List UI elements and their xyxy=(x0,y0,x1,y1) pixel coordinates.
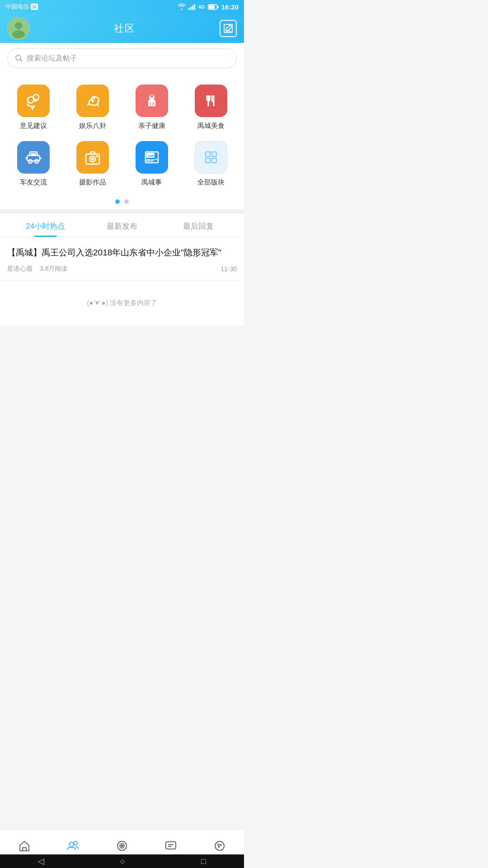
svg-point-24 xyxy=(91,99,94,102)
search-icon xyxy=(15,54,23,62)
edit-button[interactable] xyxy=(220,20,237,37)
svg-rect-7 xyxy=(194,4,195,10)
category-icon-photo xyxy=(76,141,109,174)
category-icon-news: BREAKING NEWS xyxy=(136,141,168,174)
article-date: 11-30 xyxy=(221,265,237,273)
category-item-entertainment[interactable]: 娱乐八卦 xyxy=(63,81,122,137)
category-label-all: 全部版块 xyxy=(197,178,225,187)
svg-rect-47 xyxy=(212,152,216,156)
svg-rect-10 xyxy=(217,6,219,8)
pagination-dots xyxy=(0,198,244,209)
category-label-photo: 摄影作品 xyxy=(79,178,106,187)
category-icon-entertainment xyxy=(76,85,109,117)
page-title: 社区 xyxy=(114,22,136,35)
carrier-label: 中国电信 xyxy=(5,3,29,11)
search-placeholder: 搜索论坛及帖子 xyxy=(27,54,77,63)
svg-rect-49 xyxy=(212,158,216,163)
svg-rect-9 xyxy=(208,5,215,9)
status-left: 中国电信 xyxy=(5,3,38,11)
svg-line-19 xyxy=(20,60,23,62)
category-label-entertainment: 娱乐八卦 xyxy=(79,122,106,130)
category-item-news[interactable]: BREAKING NEWS 禹城事 xyxy=(122,137,181,194)
article-list: 【禹城】禹王公司入选2018年山东省中小企业"隐形冠军" 星语心愿 3.8万阅读… xyxy=(0,237,244,281)
article-meta: 星语心愿 3.8万阅读 11-30 xyxy=(7,265,237,273)
search-container: 搜索论坛及帖子 xyxy=(0,43,244,74)
category-icon-car xyxy=(17,141,50,174)
category-item-parenting[interactable]: 亲子健康 xyxy=(122,81,181,137)
svg-rect-48 xyxy=(206,158,210,163)
status-bar: 中国电信 xyxy=(0,0,244,14)
tab-hot[interactable]: 24小时热点 xyxy=(7,214,84,237)
category-item-suggestion[interactable]: 意见建议 xyxy=(4,81,63,137)
tab-reply[interactable]: 最后回复 xyxy=(160,214,237,237)
content-spacer xyxy=(0,326,244,380)
category-label-news: 禹城事 xyxy=(141,178,162,187)
network-label: 4G xyxy=(198,4,205,9)
category-section: 意见建议 娱乐八卦 xyxy=(0,74,244,198)
section-divider xyxy=(0,209,244,214)
svg-rect-35 xyxy=(31,153,36,156)
svg-rect-6 xyxy=(192,5,193,10)
category-label-food: 禹城美食 xyxy=(197,122,225,130)
svg-rect-39 xyxy=(96,156,98,157)
category-label-parenting: 亲子健康 xyxy=(138,122,165,130)
svg-point-38 xyxy=(91,158,94,160)
category-label-car: 车友交流 xyxy=(20,178,47,187)
svg-rect-5 xyxy=(190,7,192,10)
signal-icon xyxy=(188,4,196,10)
category-item-photo[interactable]: 摄影作品 xyxy=(63,137,122,194)
time-label: 16:20 xyxy=(221,3,239,11)
header: 社区 xyxy=(0,14,244,43)
avatar[interactable] xyxy=(7,17,30,40)
svg-rect-46 xyxy=(206,152,210,156)
carrier-icon xyxy=(31,4,38,10)
no-more-content: (●˘▾˘●) 没有更多内容了 xyxy=(0,281,244,326)
phone-frame: 中国电信 xyxy=(0,0,244,380)
category-item-car[interactable]: 车友交流 xyxy=(4,137,63,194)
svg-point-21 xyxy=(33,94,39,100)
category-icon-suggestion xyxy=(17,85,50,117)
meta-left: 星语心愿 3.8万阅读 xyxy=(7,265,67,273)
svg-text:NEWS: NEWS xyxy=(149,157,156,160)
table-row[interactable]: 【禹城】禹王公司入选2018年山东省中小企业"隐形冠军" 星语心愿 3.8万阅读… xyxy=(0,237,244,281)
category-icon-all xyxy=(195,141,227,174)
category-grid: 意见建议 娱乐八卦 xyxy=(4,81,240,194)
category-item-all[interactable]: 全部版块 xyxy=(181,137,240,194)
svg-point-14 xyxy=(7,17,30,40)
dot-2 xyxy=(124,199,129,204)
battery-icon xyxy=(208,4,219,10)
svg-point-18 xyxy=(16,55,21,60)
status-right: 4G 16:20 xyxy=(178,3,239,11)
article-reads: 3.8万阅读 xyxy=(40,265,67,273)
article-title: 【禹城】禹王公司入选2018年山东省中小企业"隐形冠军" xyxy=(7,246,237,259)
category-icon-parenting xyxy=(136,85,168,117)
category-icon-food xyxy=(195,85,227,117)
category-item-food[interactable]: 禹城美食 xyxy=(181,81,240,137)
tab-new[interactable]: 最新发布 xyxy=(84,214,160,237)
article-author: 星语心愿 xyxy=(7,265,33,273)
dot-1 xyxy=(115,199,120,204)
svg-point-26 xyxy=(150,95,153,98)
svg-point-23 xyxy=(94,97,95,99)
search-bar[interactable]: 搜索论坛及帖子 xyxy=(7,48,237,68)
content-tabs: 24小时热点 最新发布 最后回复 xyxy=(0,214,244,237)
category-label-suggestion: 意见建议 xyxy=(20,122,47,130)
svg-rect-4 xyxy=(188,8,190,10)
wifi-icon xyxy=(178,4,186,10)
